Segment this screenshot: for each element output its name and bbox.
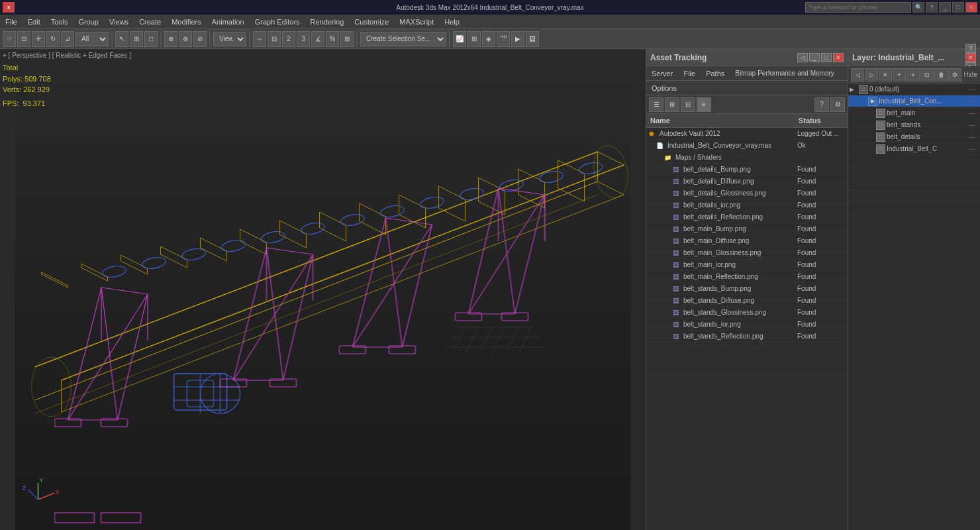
menu-graph-editors[interactable]: Graph Editors (250, 17, 305, 27)
menu-views[interactable]: Views (104, 17, 134, 27)
asset-tb-detail[interactable]: ≡ (697, 97, 711, 112)
tb-unlink[interactable]: ⊗ (179, 31, 192, 47)
asset-minimize-btn[interactable]: _ (809, 53, 820, 62)
tb-select-btn[interactable]: ↖ (115, 31, 128, 47)
tb-paint[interactable]: □ (144, 31, 158, 47)
asset-row-file[interactable]: 📄 Industrial_Belt_Conveyor_vray.max Ok (646, 140, 848, 152)
layers-tb-close[interactable]: ✕ (879, 68, 892, 81)
asset-menu-bitmap[interactable]: Bitmap Performance and Memory (730, 68, 840, 78)
tex-icon-12: 🖼 (670, 295, 681, 306)
viewport[interactable]: + [ Perspective ] [ Realistic + Edged Fa… (0, 49, 646, 530)
menu-customize[interactable]: Customize (349, 17, 394, 27)
asset-row-tex8[interactable]: 🖼 belt_main_Glossiness.png Found (646, 247, 848, 259)
asset-menu-paths[interactable]: Paths (701, 68, 730, 79)
tb-mirror[interactable]: ↔ (253, 31, 266, 47)
layers-close-btn[interactable]: ✕ (965, 53, 976, 62)
asset-tb-thumb[interactable]: ⊟ (681, 97, 695, 112)
tb-percent[interactable]: % (326, 31, 339, 47)
layer-row-belt-main[interactable]: □ belt_main — (848, 107, 980, 119)
menu-create[interactable]: Create (134, 17, 166, 27)
asset-row-tex10[interactable]: 🖼 belt_main_Reflection.png Found (646, 271, 848, 283)
layer-row-industrial-c[interactable]: □ Industrial_Belt_C — (848, 143, 980, 155)
layers-tb-forward[interactable]: ▷ (865, 68, 878, 81)
tb-angle[interactable]: ∡ (311, 31, 324, 47)
tb-select-object[interactable]: ☞ (3, 31, 16, 47)
tb-spinner[interactable]: ⊞ (340, 31, 354, 47)
tb-filter-select[interactable]: All (75, 32, 109, 46)
menu-file[interactable]: File (0, 17, 23, 27)
tb-curve-editor[interactable]: 📈 (453, 31, 466, 47)
layers-tb-delete[interactable]: 🗑 (934, 68, 948, 81)
asset-row-tex4[interactable]: 🖼 belt_details_ior.png Found (646, 199, 848, 211)
tb-bind-to-space[interactable]: ⊘ (193, 31, 207, 47)
menu-rendering[interactable]: Rendering (305, 17, 350, 27)
search-input[interactable] (805, 2, 911, 13)
menu-edit[interactable]: Edit (23, 17, 46, 27)
asset-row-tex13[interactable]: 🖼 belt_stands_Glossiness.png Found (646, 307, 848, 319)
search-icon[interactable]: 🔍 (912, 2, 924, 13)
asset-row-tex14[interactable]: 🖼 belt_stands_ior.png Found (646, 319, 848, 331)
layers-list[interactable]: ▶ □ 0 (default) — ▶ Industrial_Belt_Con.… (848, 83, 980, 530)
title-right-icons[interactable]: 🔍 ? _ □ ✕ (805, 2, 977, 13)
help-icon[interactable]: ? (926, 2, 938, 13)
tb-align[interactable]: ⊟ (268, 31, 281, 47)
asset-row-tex12[interactable]: 🖼 belt_stands_Diffuse.png Found (646, 295, 848, 307)
asset-tb-help[interactable]: ? (814, 97, 829, 112)
asset-row-tex3[interactable]: 🖼 belt_details_Glossiness.png Found (646, 187, 848, 199)
tb-rotate[interactable]: ↻ (46, 31, 60, 47)
tb-selection-set[interactable]: Create Selection Se... (360, 32, 446, 46)
asset-row-maps[interactable]: 📁 Maps / Shaders (646, 152, 848, 164)
minimize-button[interactable]: _ (939, 2, 951, 13)
asset-row-tex15[interactable]: 🖼 belt_stands_Reflection.png Found (646, 331, 848, 343)
asset-menu-file[interactable]: File (678, 68, 701, 79)
menu-tools[interactable]: Tools (46, 17, 74, 27)
layer-row-belt-details[interactable]: □ belt_details — (848, 131, 980, 143)
menu-help[interactable]: Help (439, 17, 465, 27)
asset-row-tex11[interactable]: 🖼 belt_stands_Bump.png Found (646, 283, 848, 295)
layers-tb-copy[interactable]: ⊡ (920, 68, 934, 81)
asset-close-btn[interactable]: ✕ (833, 53, 844, 62)
asset-pin-btn[interactable]: ◁ (797, 53, 808, 62)
tb-move[interactable]: ✛ (32, 31, 45, 47)
asset-options-item[interactable]: Options (649, 83, 679, 93)
asset-tb-settings[interactable]: ⚙ (830, 97, 845, 112)
tb-snap3[interactable]: 3 (297, 31, 310, 47)
asset-menu-server[interactable]: Server (646, 68, 678, 79)
tb-lasso[interactable]: ⊞ (130, 31, 143, 47)
tb-material-editor[interactable]: ◈ (482, 31, 495, 47)
asset-maximize-btn[interactable]: □ (821, 53, 832, 62)
tb-render[interactable]: 🖼 (526, 31, 539, 47)
menu-animation[interactable]: Animation (207, 17, 250, 27)
layers-help-btn[interactable]: ? (965, 44, 976, 53)
layers-tb-settings[interactable]: ⚙ (948, 68, 961, 81)
menu-maxscript[interactable]: MAXScript (394, 17, 439, 27)
asset-row-tex1[interactable]: 🖼 belt_details_Bump.png Found (646, 164, 848, 176)
menu-group[interactable]: Group (73, 17, 104, 27)
layers-tb-add[interactable]: + (893, 68, 906, 81)
layer-row-default[interactable]: ▶ □ 0 (default) — (848, 83, 980, 95)
asset-table[interactable]: Name Status ⬟ Autodesk Vault 2012 Logged… (646, 114, 848, 530)
tb-link[interactable]: ⊕ (164, 31, 177, 47)
asset-row-tex7[interactable]: 🖼 belt_main_Diffuse.png Found (646, 235, 848, 247)
layer-row-belt-stands[interactable]: □ belt_stands — (848, 119, 980, 131)
maximize-button[interactable]: □ (952, 2, 964, 13)
asset-row-tex5[interactable]: 🖼 belt_details_Reflection.png Found (646, 211, 848, 223)
tb-view-select[interactable]: View (213, 32, 246, 46)
tb-render-setup[interactable]: 🎬 (497, 31, 510, 47)
tb-quick-render[interactable]: ▶ (511, 31, 524, 47)
close-button[interactable]: ✕ (965, 2, 977, 13)
asset-row-tex9[interactable]: 🖼 belt_main_ior.png Found (646, 259, 848, 271)
tb-schematic[interactable]: ⊞ (467, 31, 481, 47)
asset-row-tex6[interactable]: 🖼 belt_main_Bump.png Found (646, 223, 848, 235)
asset-tb-list[interactable]: ☰ (649, 97, 663, 112)
layers-tb-layers[interactable]: ≡ (906, 68, 920, 81)
layer-row-industrial-belt[interactable]: ▶ Industrial_Belt_Con... — (848, 95, 980, 107)
asset-tb-grid[interactable]: ⊞ (665, 97, 679, 112)
asset-row-tex2[interactable]: 🖼 belt_details_Diffuse.png Found (646, 176, 848, 187)
tb-scale[interactable]: ⊿ (61, 31, 74, 47)
tb-select-region[interactable]: ⊡ (17, 31, 30, 47)
asset-row-vault[interactable]: ⬟ Autodesk Vault 2012 Logged Out ... (646, 128, 848, 140)
tb-snap2[interactable]: 2 (282, 31, 295, 47)
menu-modifiers[interactable]: Modifiers (166, 17, 207, 27)
layers-tb-back[interactable]: ◁ (851, 68, 864, 81)
